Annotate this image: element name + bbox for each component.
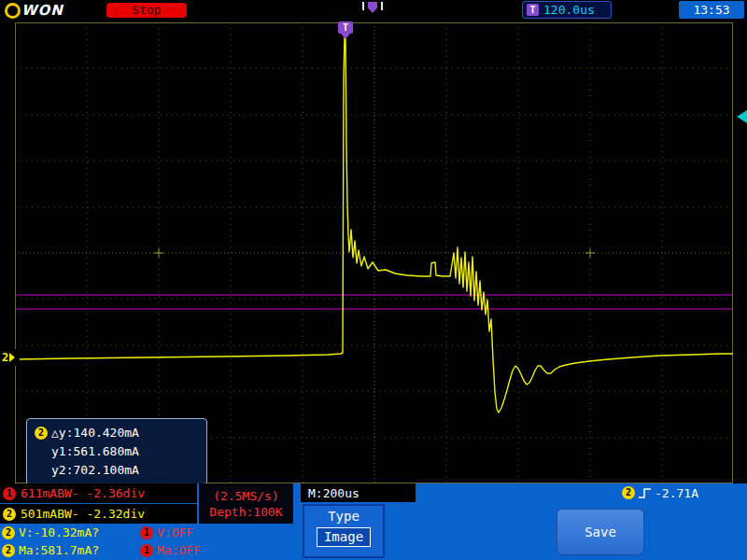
cursor-delta-row: 2 △y:140.420mA bbox=[35, 424, 199, 442]
trigger-horizontal-marker[interactable]: T bbox=[338, 21, 353, 34]
trigger-level-arrow-icon[interactable] bbox=[730, 110, 747, 123]
sample-rate: (2.5MS/s) bbox=[213, 489, 278, 503]
ch1-badge: 1 bbox=[140, 526, 153, 539]
trigger-window-tick-right bbox=[381, 2, 383, 10]
ch1-scale-info: 611mABW- -2.36div bbox=[21, 486, 145, 500]
trigger-window-tick-left bbox=[362, 2, 364, 10]
owon-logo: WON bbox=[5, 2, 63, 19]
timebase-box[interactable]: M:200us bbox=[301, 483, 416, 502]
type-image-menu-button[interactable]: Type Image bbox=[303, 504, 385, 558]
ch2-position-arrow-icon bbox=[9, 353, 20, 362]
type-label: Type bbox=[328, 509, 359, 524]
ch1-voltage-value: V:OFF bbox=[157, 525, 193, 539]
top-bar: WON Stop T 120.0us 13:53 bbox=[0, 0, 747, 21]
trigger-t-icon: T bbox=[527, 4, 539, 16]
ch2-status-box[interactable]: 2 501mABW- -2.32div bbox=[0, 504, 197, 524]
trigger-level-value: -2.71A bbox=[655, 486, 698, 500]
trigger-position-pointer-icon[interactable] bbox=[368, 2, 377, 13]
ch2-badge: 2 bbox=[3, 508, 16, 521]
ch2-badge: 2 bbox=[2, 526, 15, 539]
center-axes bbox=[15, 22, 733, 483]
ch1-max-value: Ma:OFF bbox=[157, 543, 201, 557]
run-stop-button[interactable]: Stop bbox=[106, 3, 187, 18]
ch2-voltage-readout: 2 V:-10.32mA? bbox=[2, 525, 99, 540]
ch1-badge: 1 bbox=[140, 544, 153, 557]
logo-o-icon bbox=[5, 3, 21, 19]
cursor-y1-value: y1:561.680mA bbox=[51, 442, 139, 461]
cursor-measurement-box: 2 △y:140.420mA y1:561.680mA y2:702.100mA bbox=[26, 418, 207, 485]
trigger-level-readout[interactable]: 2 -2.71A bbox=[622, 485, 698, 500]
oscilloscope-screen: WON Stop T 120.0us 13:53 bbox=[0, 0, 747, 560]
rising-edge-icon bbox=[638, 486, 652, 500]
ch1-badge: 1 bbox=[3, 487, 16, 500]
clock: 13:53 bbox=[679, 1, 744, 19]
graticule bbox=[15, 22, 733, 483]
ch2-max-readout: 2 Ma:581.7mA? bbox=[2, 542, 99, 558]
memory-depth: Depth:100K bbox=[209, 505, 282, 519]
ch2-scale-info: 501mABW- -2.32div bbox=[21, 507, 145, 521]
acquisition-info-box: (2.5MS/s) Depth:100K bbox=[199, 483, 293, 524]
ch2-voltage-value: V:-10.32mA? bbox=[19, 525, 99, 539]
save-button[interactable]: Save bbox=[557, 509, 644, 555]
timebase-value: M:200us bbox=[308, 486, 359, 500]
cursor-y1-row: y1:561.680mA bbox=[35, 442, 199, 461]
bottom-panel: 1 611mABW- -2.36div 2 501mABW- -2.32div … bbox=[0, 483, 747, 560]
ch2-position-marker[interactable]: 2 bbox=[0, 349, 20, 366]
ch2-position-label: 2 bbox=[0, 351, 8, 364]
waveform-display: T 2 2 △y:140.420mA y1:561.680mA y2:702.1… bbox=[15, 22, 733, 483]
ch1-status-box[interactable]: 1 611mABW- -2.36div bbox=[0, 483, 197, 503]
cursor-y2-value: y2:702.100mA bbox=[51, 461, 139, 480]
ch1-max-readout: 1 Ma:OFF bbox=[140, 542, 201, 558]
type-selected-value[interactable]: Image bbox=[317, 527, 371, 547]
cursor-delta-value: △y:140.420mA bbox=[51, 424, 139, 442]
cursor-y2-row: y2:702.100mA bbox=[35, 461, 199, 480]
trigger-holdoff-value: 120.0us bbox=[543, 3, 595, 17]
trigger-position-indicator[interactable] bbox=[362, 2, 383, 13]
ch2-badge: 2 bbox=[35, 427, 48, 440]
ch1-voltage-readout: 1 V:OFF bbox=[140, 525, 193, 540]
trigger-status-box: T 120.0us bbox=[522, 1, 612, 19]
logo-text: WON bbox=[21, 2, 63, 19]
trigger-source-badge: 2 bbox=[622, 486, 635, 499]
ch2-badge: 2 bbox=[2, 544, 15, 557]
ch2-max-value: Ma:581.7mA? bbox=[19, 543, 99, 557]
